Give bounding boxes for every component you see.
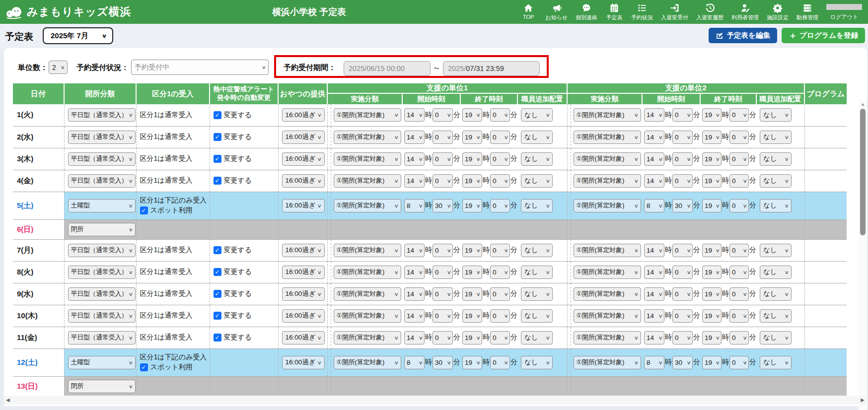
unit2-end-minute-select[interactable]: 0∨ bbox=[729, 108, 749, 122]
unit1-category-select[interactable]: ①開所(算定対象)∨ bbox=[334, 108, 401, 122]
unit1-start-hour-select[interactable]: 14∨ bbox=[404, 266, 425, 279]
unit2-end-minute-select[interactable]: 0∨ bbox=[729, 174, 749, 188]
unit1-end-hour-select[interactable]: 19∨ bbox=[462, 108, 482, 122]
unit2-end-minute-select[interactable]: 0∨ bbox=[729, 331, 749, 344]
unit1-end-hour-select[interactable]: 19∨ bbox=[462, 131, 482, 144]
unit1-end-minute-select[interactable]: 0∨ bbox=[490, 244, 510, 257]
unit2-category-select[interactable]: ①開所(算定対象)∨ bbox=[574, 199, 641, 212]
unit1-category-select[interactable]: ①開所(算定対象)∨ bbox=[334, 199, 401, 212]
unit1-staff-select[interactable]: なし∨ bbox=[521, 309, 553, 323]
alert-change-checkbox[interactable]: ✓ bbox=[214, 133, 221, 141]
unit1-staff-select[interactable]: なし∨ bbox=[521, 108, 553, 122]
unit1-start-minute-select[interactable]: 0∨ bbox=[433, 131, 453, 144]
open-class-select[interactable]: 平日型（通常受入）∨ bbox=[68, 131, 136, 144]
unit1-start-hour-select[interactable]: 14∨ bbox=[404, 331, 425, 344]
unit1-staff-select[interactable]: なし∨ bbox=[521, 331, 553, 344]
unit2-start-minute-select[interactable]: 30∨ bbox=[672, 199, 693, 212]
unit1-end-minute-select[interactable]: 0∨ bbox=[490, 287, 510, 301]
unit2-end-hour-select[interactable]: 19∨ bbox=[702, 309, 722, 323]
unit2-staff-select[interactable]: なし∨ bbox=[760, 108, 792, 122]
unit2-category-select[interactable]: ①開所(算定対象)∨ bbox=[574, 244, 641, 257]
unit1-start-hour-select[interactable]: 14∨ bbox=[404, 131, 425, 144]
unit1-start-hour-select[interactable]: 14∨ bbox=[404, 152, 425, 166]
unit2-staff-select[interactable]: なし∨ bbox=[760, 309, 792, 323]
unit1-end-minute-select[interactable]: 0∨ bbox=[490, 266, 510, 279]
unit2-end-hour-select[interactable]: 19∨ bbox=[702, 108, 722, 122]
unit2-start-minute-select[interactable]: 0∨ bbox=[672, 152, 693, 166]
unit1-end-minute-select[interactable]: 0∨ bbox=[490, 199, 510, 212]
unit1-start-hour-select[interactable]: 14∨ bbox=[404, 287, 425, 301]
alert-change-checkbox[interactable]: ✓ bbox=[214, 290, 221, 298]
unit1-end-hour-select[interactable]: 19∨ bbox=[462, 331, 482, 344]
unit1-category-select[interactable]: ①開所(算定対象)∨ bbox=[334, 287, 401, 301]
unit1-start-hour-select[interactable]: 8∨ bbox=[404, 356, 425, 369]
open-class-select[interactable]: 閉所∨ bbox=[68, 380, 136, 393]
unit2-end-hour-select[interactable]: 19∨ bbox=[702, 266, 722, 279]
unit2-end-minute-select[interactable]: 0∨ bbox=[729, 356, 749, 369]
unit2-staff-select[interactable]: なし∨ bbox=[760, 331, 792, 344]
nav-item-入退室履歴[interactable]: 入退室履歴 bbox=[692, 0, 727, 22]
unit2-end-hour-select[interactable]: 19∨ bbox=[702, 244, 722, 257]
unit1-start-minute-select[interactable]: 0∨ bbox=[433, 152, 453, 166]
unit2-category-select[interactable]: ①開所(算定対象)∨ bbox=[574, 131, 641, 144]
spot-use-checkbox[interactable]: ✓ bbox=[140, 363, 148, 371]
unit1-start-minute-select[interactable]: 0∨ bbox=[433, 174, 453, 188]
nav-item-ログアウト[interactable]: ログアウト bbox=[822, 0, 866, 22]
snack-select[interactable]: 16:00過ぎ∨ bbox=[282, 152, 325, 166]
snack-select[interactable]: 16:00過ぎ∨ bbox=[282, 287, 325, 301]
unit1-category-select[interactable]: ①開所(算定対象)∨ bbox=[334, 174, 401, 188]
unit2-end-minute-select[interactable]: 0∨ bbox=[729, 309, 749, 323]
unit1-end-minute-select[interactable]: 0∨ bbox=[490, 108, 510, 122]
unit1-start-hour-select[interactable]: 8∨ bbox=[404, 199, 425, 212]
status-select[interactable]: 予約受付中 ∨ bbox=[131, 60, 269, 75]
unit2-end-hour-select[interactable]: 19∨ bbox=[702, 152, 722, 166]
unit1-category-select[interactable]: ①開所(算定対象)∨ bbox=[334, 266, 401, 279]
nav-item-勤務管理[interactable]: 勤務管理 bbox=[793, 0, 822, 22]
scroll-up-icon[interactable]: ▲ bbox=[859, 102, 867, 107]
unit2-end-hour-select[interactable]: 19∨ bbox=[702, 131, 722, 144]
unit2-start-hour-select[interactable]: 14∨ bbox=[644, 331, 664, 344]
unit2-end-minute-select[interactable]: 0∨ bbox=[729, 199, 749, 212]
period-from-input[interactable]: 2025/06/15 00:00 bbox=[344, 61, 431, 76]
unit1-end-hour-select[interactable]: 19∨ bbox=[462, 152, 482, 166]
unit2-staff-select[interactable]: なし∨ bbox=[760, 174, 792, 188]
unit1-staff-select[interactable]: なし∨ bbox=[521, 152, 553, 166]
unit2-start-hour-select[interactable]: 14∨ bbox=[644, 108, 664, 122]
unit1-staff-select[interactable]: なし∨ bbox=[521, 287, 553, 301]
scroll-left-icon[interactable]: ◀ bbox=[6, 397, 10, 403]
snack-select[interactable]: 16:00過ぎ∨ bbox=[282, 331, 325, 344]
snack-select[interactable]: 16:00過ぎ∨ bbox=[282, 108, 325, 122]
unit1-category-select[interactable]: ①開所(算定対象)∨ bbox=[334, 309, 401, 323]
unit2-staff-select[interactable]: なし∨ bbox=[760, 356, 792, 369]
unit1-start-minute-select[interactable]: 30∨ bbox=[433, 199, 453, 212]
unit1-staff-select[interactable]: なし∨ bbox=[521, 199, 553, 212]
alert-change-checkbox[interactable]: ✓ bbox=[214, 155, 221, 163]
unit1-category-select[interactable]: ①開所(算定対象)∨ bbox=[334, 356, 401, 369]
unit2-end-minute-select[interactable]: 0∨ bbox=[729, 244, 749, 257]
vertical-scrollbar-thumb[interactable] bbox=[860, 109, 866, 235]
unit1-end-minute-select[interactable]: 0∨ bbox=[490, 174, 510, 188]
open-class-select[interactable]: 土曜型∨ bbox=[68, 199, 136, 212]
unit2-start-hour-select[interactable]: 14∨ bbox=[644, 266, 664, 279]
spot-use-checkbox[interactable]: ✓ bbox=[140, 206, 148, 214]
unit1-end-minute-select[interactable]: 0∨ bbox=[490, 356, 510, 369]
unit2-staff-select[interactable]: なし∨ bbox=[760, 244, 792, 257]
alert-change-checkbox[interactable]: ✓ bbox=[214, 334, 221, 342]
unit2-category-select[interactable]: ①開所(算定対象)∨ bbox=[574, 152, 641, 166]
unit1-staff-select[interactable]: なし∨ bbox=[521, 174, 553, 188]
unit2-category-select[interactable]: ①開所(算定対象)∨ bbox=[574, 331, 641, 344]
unit2-category-select[interactable]: ①開所(算定対象)∨ bbox=[574, 309, 641, 323]
nav-item-入退室受付[interactable]: 入退室受付 bbox=[657, 0, 692, 22]
unit2-start-minute-select[interactable]: 0∨ bbox=[672, 309, 693, 323]
unit1-start-minute-select[interactable]: 0∨ bbox=[433, 331, 453, 344]
period-to-input[interactable]: 2025/07/31 23:59 bbox=[443, 61, 540, 76]
unit1-end-hour-select[interactable]: 19∨ bbox=[462, 244, 482, 257]
alert-change-checkbox[interactable]: ✓ bbox=[214, 268, 221, 276]
unit2-start-hour-select[interactable]: 14∨ bbox=[644, 287, 664, 301]
horizontal-scrollbar[interactable]: ◀ ▶ bbox=[4, 396, 867, 405]
nav-item-個別連絡[interactable]: 個別連絡 bbox=[572, 0, 601, 22]
unit1-start-minute-select[interactable]: 0∨ bbox=[433, 108, 453, 122]
unit1-end-hour-select[interactable]: 19∨ bbox=[462, 199, 482, 212]
unit1-staff-select[interactable]: なし∨ bbox=[521, 356, 553, 369]
nav-item-利用者管理[interactable]: 利用者管理 bbox=[727, 0, 763, 22]
